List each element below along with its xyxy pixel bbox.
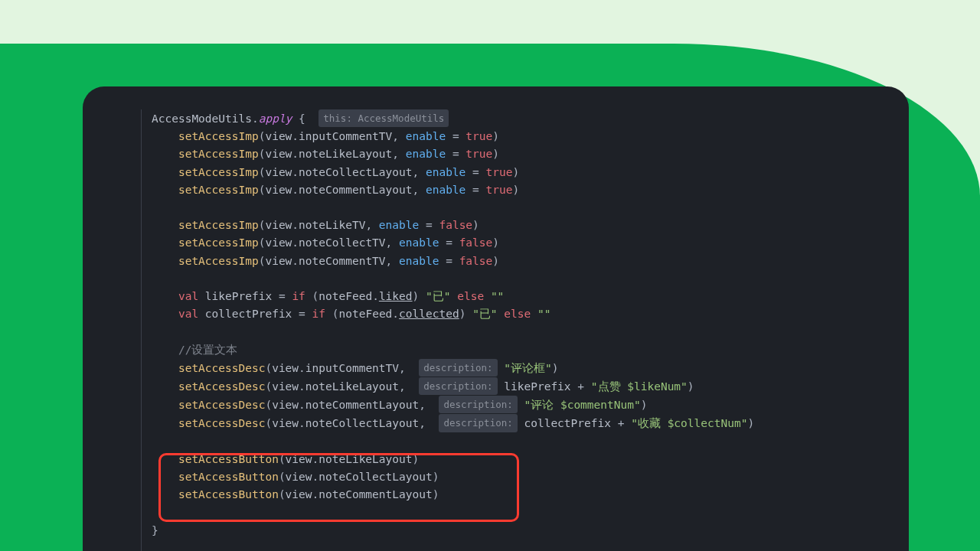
code-line: setAccessDesc(view.noteLikeLayout, descr…	[142, 377, 909, 396]
param-hint: description:	[419, 359, 497, 377]
code-line: }	[142, 522, 909, 540]
code-line: setAccessDesc(view.noteCommentLayout, de…	[142, 396, 909, 414]
code-line: setAccessImp(view.inputCommentTV, enable…	[142, 128, 909, 145]
code-line: setAccessImp(view.noteCollectLayout, ena…	[142, 164, 909, 181]
code-line: setAccessButton(view.noteCommentLayout)	[142, 486, 909, 504]
code-editor-window: AccessModeUtils.apply { this: AccessMode…	[83, 86, 909, 551]
code-line: val collectPrefix = if (noteFeed.collect…	[142, 305, 909, 323]
param-hint: description:	[419, 377, 497, 395]
blank-line	[142, 323, 909, 341]
code-line: setAccessImp(view.noteCollectTV, enable …	[142, 234, 909, 252]
code-line: setAccessImp(view.noteCommentLayout, ena…	[142, 181, 909, 199]
code-line: setAccessButton(view.noteCollectLayout)	[142, 468, 909, 486]
blank-line	[142, 504, 909, 521]
gutter-line	[141, 109, 142, 551]
code-line: setAccessButton(view.noteLikeLayout)	[142, 451, 909, 468]
blank-line	[142, 270, 909, 288]
code-line: setAccessDesc(view.inputCommentTV, descr…	[142, 359, 909, 377]
code-line: //设置文本	[142, 341, 909, 359]
code-area[interactable]: AccessModeUtils.apply { this: AccessMode…	[83, 109, 909, 540]
param-hint: description:	[439, 396, 517, 413]
code-line: setAccessImp(view.noteLikeLayout, enable…	[142, 145, 909, 163]
code-line: setAccessImp(view.noteLikeTV, enable = f…	[142, 217, 909, 234]
code-line: setAccessDesc(view.noteCollectLayout, de…	[142, 414, 909, 432]
param-hint: description:	[439, 414, 517, 432]
blank-line	[142, 199, 909, 217]
code-line: setAccessImp(view.noteCommentTV, enable …	[142, 253, 909, 270]
blank-line	[142, 433, 909, 451]
inline-hint: this: AccessModeUtils	[318, 109, 449, 127]
code-line: AccessModeUtils.apply { this: AccessMode…	[142, 109, 909, 128]
code-line: val likePrefix = if (noteFeed.liked) "已"…	[142, 288, 909, 305]
